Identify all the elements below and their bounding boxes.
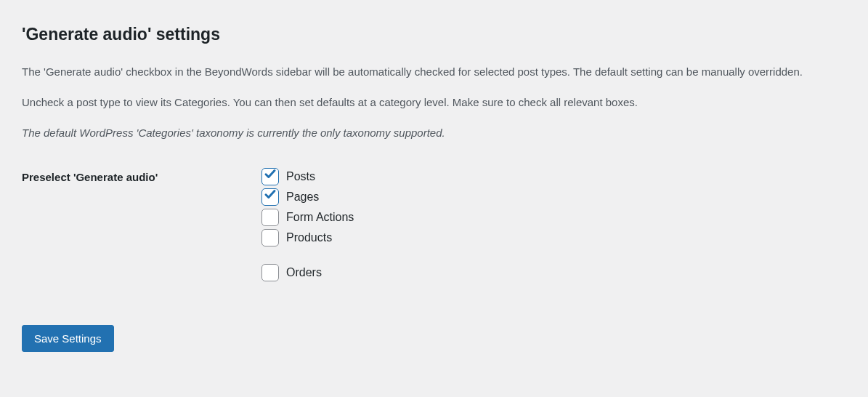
checkbox-group: Posts Pages Form Actions Products Orders bbox=[261, 168, 354, 284]
save-settings-button[interactable]: Save Settings bbox=[22, 325, 114, 352]
description-text-2: Uncheck a post type to view its Categori… bbox=[22, 94, 846, 111]
section-heading: 'Generate audio' settings bbox=[22, 22, 846, 47]
preselect-row: Preselect 'Generate audio' Posts Pages F… bbox=[22, 168, 846, 284]
checkbox-label-form-actions[interactable]: Form Actions bbox=[286, 209, 354, 226]
check-icon bbox=[264, 167, 277, 185]
checkbox-label-orders[interactable]: Orders bbox=[286, 264, 322, 281]
check-icon bbox=[264, 188, 277, 206]
checkbox-label-posts[interactable]: Posts bbox=[286, 168, 315, 185]
checkbox-item-form-actions: Form Actions bbox=[261, 209, 354, 226]
checkbox-form-actions[interactable] bbox=[261, 209, 279, 226]
checkbox-label-pages[interactable]: Pages bbox=[286, 188, 319, 206]
checkbox-posts[interactable] bbox=[261, 168, 279, 185]
description-text-1: The 'Generate audio' checkbox in the Bey… bbox=[22, 63, 846, 81]
checkbox-item-orders: Orders bbox=[261, 264, 354, 281]
checkbox-pages[interactable] bbox=[261, 188, 279, 206]
description-text-3: The default WordPress 'Categories' taxon… bbox=[22, 124, 846, 142]
checkbox-item-pages: Pages bbox=[261, 188, 354, 206]
checkbox-label-products[interactable]: Products bbox=[286, 229, 332, 246]
checkbox-item-products: Products bbox=[261, 229, 354, 246]
checkbox-item-posts: Posts bbox=[261, 168, 354, 185]
description-text-3-em: The default WordPress 'Categories' taxon… bbox=[22, 127, 445, 139]
checkbox-orders[interactable] bbox=[261, 264, 279, 281]
preselect-label: Preselect 'Generate audio' bbox=[22, 168, 261, 186]
checkbox-products[interactable] bbox=[261, 229, 279, 246]
